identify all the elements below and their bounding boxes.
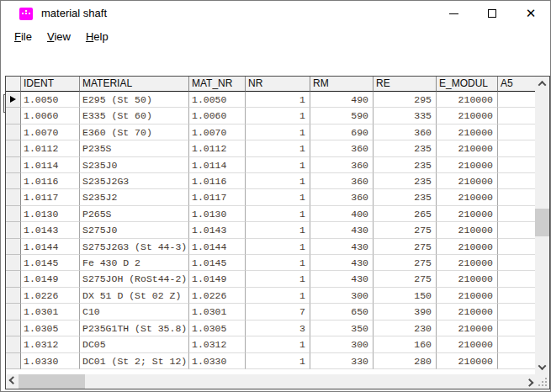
row-selector[interactable] [6, 320, 21, 336]
cell[interactable]: 210000 [437, 173, 498, 189]
cell[interactable]: 1.0143 [21, 222, 80, 238]
cell[interactable] [498, 108, 535, 124]
row-selector[interactable] [6, 173, 21, 189]
cell[interactable]: 3 [246, 320, 310, 336]
cell[interactable]: 235 [374, 189, 437, 205]
row-selector[interactable] [6, 157, 21, 173]
cell[interactable]: 1 [246, 206, 310, 222]
cell[interactable]: 210000 [437, 320, 498, 336]
cell[interactable] [498, 353, 535, 369]
cell[interactable]: 210000 [437, 108, 498, 124]
row-selector[interactable] [6, 140, 21, 156]
cell[interactable]: 275 [374, 255, 437, 271]
cell[interactable]: 210000 [437, 124, 498, 140]
cell[interactable]: 1.0312 [21, 336, 80, 352]
resize-grip[interactable] [535, 374, 549, 389]
cell[interactable]: 360 [374, 124, 437, 140]
cell[interactable] [498, 255, 535, 271]
cell[interactable]: 210000 [437, 206, 498, 222]
cell[interactable]: 210000 [437, 140, 498, 156]
horizontal-scrollbar[interactable] [6, 374, 537, 389]
cell[interactable]: 1 [246, 173, 310, 189]
cell[interactable]: 210000 [437, 336, 498, 352]
cell[interactable] [498, 189, 535, 205]
row-selector[interactable] [6, 304, 21, 320]
cell[interactable]: S275JOH (RoSt44-2) [80, 271, 189, 287]
cell[interactable]: 390 [374, 304, 437, 320]
cell[interactable]: 1 [246, 222, 310, 238]
cell[interactable] [498, 140, 535, 156]
cell[interactable]: 1 [246, 92, 310, 108]
cell[interactable]: 430 [310, 271, 374, 287]
cell[interactable]: S275J2G3 (St 44-3) [80, 239, 189, 255]
row-selector[interactable] [6, 206, 21, 222]
cell[interactable]: 150 [374, 288, 437, 304]
cell[interactable]: E295 (St 50) [80, 92, 189, 108]
cell[interactable]: 210000 [437, 255, 498, 271]
cell[interactable]: 430 [310, 222, 374, 238]
cell[interactable]: 1 [246, 140, 310, 156]
cell[interactable]: 400 [310, 206, 374, 222]
cell[interactable]: DX 51 D (St 02 Z) [80, 288, 189, 304]
cell[interactable]: 210000 [437, 222, 498, 238]
cell[interactable]: 1.0116 [21, 173, 80, 189]
cell[interactable]: 1.0301 [21, 304, 80, 320]
cell[interactable]: 1.0305 [189, 320, 246, 336]
cell[interactable]: 650 [310, 304, 374, 320]
close-button[interactable]: ✕ [511, 1, 550, 26]
cell[interactable]: 1.0070 [189, 124, 246, 140]
row-selector[interactable] [6, 288, 21, 304]
cell[interactable] [498, 239, 535, 255]
cell[interactable]: S235J2 [80, 189, 189, 205]
cell[interactable]: 360 [310, 140, 374, 156]
cell[interactable]: 1.0330 [21, 353, 80, 369]
cell[interactable]: 1.0114 [189, 157, 246, 173]
cell[interactable]: 1.0149 [189, 271, 246, 287]
row-selector[interactable] [6, 353, 21, 369]
row-selector[interactable] [6, 222, 21, 238]
cell[interactable]: 1.0117 [189, 189, 246, 205]
cell[interactable]: S275J0 [80, 222, 189, 238]
cell[interactable]: 1.0116 [189, 173, 246, 189]
cell[interactable]: 235 [374, 140, 437, 156]
cell[interactable]: 1.0226 [189, 288, 246, 304]
maximize-button[interactable] [473, 1, 511, 26]
cell[interactable]: 1.0114 [21, 157, 80, 173]
cell[interactable] [498, 173, 535, 189]
cell[interactable]: 1 [246, 336, 310, 352]
cell[interactable] [498, 336, 535, 352]
cell[interactable]: 210000 [437, 271, 498, 287]
cell[interactable]: 350 [310, 320, 374, 336]
cell[interactable]: 1.0145 [189, 255, 246, 271]
cell[interactable]: 1 [246, 288, 310, 304]
cell[interactable] [498, 124, 535, 140]
cell[interactable] [498, 271, 535, 287]
cell[interactable]: 1.0060 [189, 108, 246, 124]
cell[interactable]: 590 [310, 108, 374, 124]
cell[interactable]: 280 [374, 353, 437, 369]
cell[interactable]: 1 [246, 108, 310, 124]
cell[interactable] [498, 304, 535, 320]
cell[interactable]: 1 [246, 255, 310, 271]
cell[interactable]: 275 [374, 271, 437, 287]
cell[interactable]: 1.0149 [21, 271, 80, 287]
cell[interactable]: 360 [310, 189, 374, 205]
cell[interactable]: 690 [310, 124, 374, 140]
cell[interactable]: 275 [374, 239, 437, 255]
cell[interactable]: 1.0130 [189, 206, 246, 222]
cell[interactable]: 430 [310, 255, 374, 271]
cell[interactable]: P265S [80, 206, 189, 222]
cell[interactable]: 1.0060 [21, 108, 80, 124]
cell[interactable]: 300 [310, 288, 374, 304]
cell[interactable]: 1.0144 [189, 239, 246, 255]
cell[interactable] [498, 320, 535, 336]
cell[interactable]: 160 [374, 336, 437, 352]
cell[interactable]: 1.0130 [21, 206, 80, 222]
minimize-button[interactable] [434, 1, 473, 26]
cell[interactable] [498, 222, 535, 238]
cell[interactable]: 300 [310, 336, 374, 352]
row-selector[interactable] [6, 189, 21, 205]
cell[interactable]: 1.0117 [21, 189, 80, 205]
cell[interactable]: 1.0144 [21, 239, 80, 255]
cell[interactable]: 1 [246, 157, 310, 173]
